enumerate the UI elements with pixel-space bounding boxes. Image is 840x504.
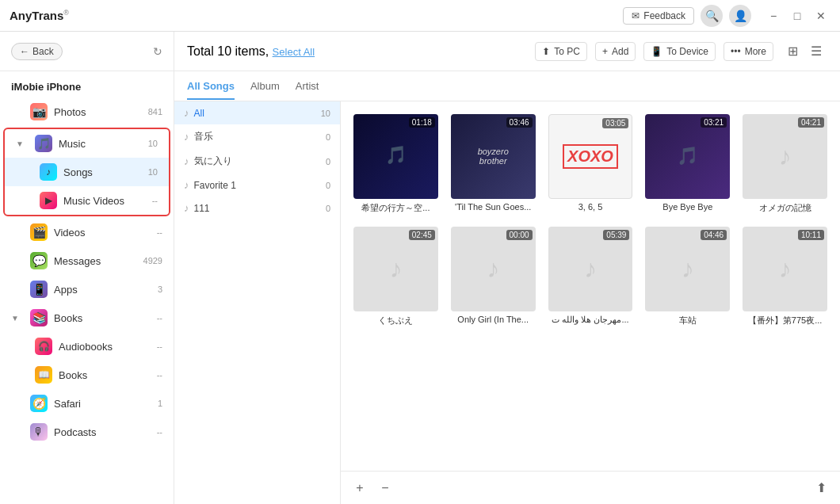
tab-album[interactable]: Album	[250, 74, 280, 100]
more-icon: •••	[731, 46, 741, 57]
messages-label: Messages	[54, 255, 137, 267]
musicvideos-icon: ▶	[40, 192, 57, 209]
playlist-item-yinyue[interactable]: ♪ 音乐 0	[174, 124, 340, 149]
song1-duration: 01:18	[409, 117, 435, 128]
music-card-song7[interactable]: ♪ 00:00 Only Girl (In The...	[451, 227, 536, 326]
remove-item-button[interactable]: −	[376, 479, 395, 498]
expand-books-icon[interactable]: ▼	[11, 314, 21, 323]
music-card-song8[interactable]: ♪ 05:39 مهرجان هلا والله ت...	[548, 227, 633, 326]
podcasts-icon: 🎙	[30, 423, 48, 441]
expand-music-icon[interactable]: ▼	[16, 139, 25, 148]
audiobooks-count: --	[157, 342, 162, 351]
tabs: All Songs Album Artist	[174, 71, 840, 101]
sidebar-item-videos[interactable]: 🎬 Videos --	[0, 218, 174, 246]
playlist-item-favorites[interactable]: ♪ 気に入り 0	[174, 149, 340, 174]
photos-count: 841	[148, 107, 162, 116]
maximize-button[interactable]: □	[788, 6, 807, 25]
back-button[interactable]: ← Back	[11, 43, 63, 60]
sidebar-item-audiobooks[interactable]: 🎧 Audiobooks --	[0, 332, 174, 361]
grid-view-button[interactable]: ⊞	[781, 40, 804, 63]
sidebar-item-musicvideos[interactable]: ▶ Music Videos --	[5, 186, 169, 215]
books-count: --	[157, 313, 162, 323]
todevice-icon: 📱	[651, 46, 662, 57]
music-card-song1[interactable]: 🎵 01:18 希望の行方～空...	[353, 114, 438, 214]
sidebar-item-podcasts[interactable]: 🎙 Podcasts --	[0, 418, 174, 446]
song7-placeholder: ♪	[487, 254, 499, 284]
title-bar: AnyTrans® ✉ Feedback 🔍 👤 − □ ✕	[0, 0, 840, 32]
toolbar: ⬆ To PC + Add 📱 To Device ••• More ⊞	[535, 40, 827, 63]
song6-placeholder: ♪	[389, 254, 402, 284]
photos-label: Photos	[54, 106, 142, 118]
todevice-button[interactable]: 📱 To Device	[643, 42, 716, 61]
list-view-button[interactable]: ☰	[805, 40, 827, 63]
songs-icon: ♪	[40, 163, 57, 181]
music-card-song6[interactable]: ♪ 02:45 くちぶえ	[353, 227, 438, 326]
select-all-link[interactable]: Select All	[273, 46, 315, 58]
apps-icon: 📱	[30, 281, 48, 298]
sidebar-item-photos[interactable]: 📷 Photos 841	[0, 97, 174, 126]
title-bar-left: AnyTrans®	[10, 9, 69, 22]
sidebar-header: ← Back ↻	[0, 32, 174, 71]
bottom-bar: + − ⬆	[341, 471, 840, 504]
search-icon[interactable]: 🔍	[701, 5, 723, 27]
booksitem-label: Books	[59, 369, 151, 381]
songs-count: 10	[148, 167, 158, 177]
window-controls: − □ ✕	[764, 6, 830, 25]
tab-artist[interactable]: Artist	[296, 74, 319, 100]
videos-icon: 🎬	[30, 223, 48, 241]
tab-allsongs[interactable]: All Songs	[187, 74, 235, 100]
musicvideos-count: --	[152, 196, 158, 205]
music-label: Music	[59, 138, 142, 150]
playlist-icon-favorites: ♪	[184, 155, 189, 167]
apps-label: Apps	[54, 284, 151, 296]
topc-icon: ⬆	[542, 46, 550, 57]
sidebar: ← Back ↻ iMobie iPhone 📷 Photos 841 ▼ 🎵 …	[0, 32, 174, 504]
song10-duration: 10:11	[798, 230, 824, 240]
books-label: Books	[54, 312, 151, 324]
music-card-song9[interactable]: ♪ 04:46 车站	[645, 227, 730, 326]
more-button[interactable]: ••• More	[724, 42, 773, 61]
music-selected-group: ▼ 🎵 Music 10 ♪ Songs 10 ▶ Music Videos -…	[3, 128, 170, 216]
song6-duration: 02:45	[409, 230, 435, 240]
playlist-item-favorite1[interactable]: ♪ Favorite 1 0	[174, 174, 340, 197]
add-button[interactable]: + Add	[595, 42, 636, 61]
title-bar-right: ✉ Feedback 🔍 👤 − □ ✕	[623, 5, 830, 27]
sidebar-item-booksitem[interactable]: 📖 Books --	[0, 361, 174, 389]
content-header: Total 10 items, Select All ⬆ To PC + Add…	[174, 32, 840, 71]
song5-placeholder: ♪	[779, 142, 792, 171]
close-button[interactable]: ✕	[811, 6, 830, 25]
music-card-song4[interactable]: 🎵 03:21 Bye Bye Bye	[645, 114, 730, 214]
song9-placeholder: ♪	[682, 254, 694, 284]
apps-count: 3	[158, 284, 162, 294]
music-card-song10[interactable]: ♪ 10:11 【番外】第775夜...	[743, 227, 827, 326]
safari-label: Safari	[54, 398, 151, 410]
podcasts-label: Podcasts	[54, 426, 151, 438]
music-grid: 🎵 01:18 希望の行方～空... boyzerobrother	[341, 101, 840, 471]
playlist-item-111[interactable]: ♪ 111 0	[174, 197, 340, 220]
music-card-song3[interactable]: XOXO 03:05 3, 6, 5	[548, 114, 633, 214]
topc-button[interactable]: ⬆ To PC	[535, 42, 587, 61]
minimize-button[interactable]: −	[764, 6, 783, 25]
videos-count: --	[157, 227, 162, 237]
mail-icon: ✉	[632, 10, 640, 21]
add-item-button[interactable]: +	[350, 479, 369, 498]
music-card-song5[interactable]: ♪ 04:21 オメガの記憶	[743, 114, 827, 214]
photos-icon: 📷	[30, 103, 48, 120]
export-button[interactable]: ⬆	[811, 479, 830, 498]
playlist-item-all[interactable]: ♪ All 10	[174, 101, 340, 124]
sidebar-item-songs[interactable]: ♪ Songs 10	[5, 158, 169, 186]
sidebar-item-safari[interactable]: 🧭 Safari 1	[0, 389, 174, 418]
booksitem-icon: 📖	[35, 366, 52, 384]
refresh-icon[interactable]: ↻	[153, 45, 162, 58]
sidebar-item-books[interactable]: ▼ 📚 Books --	[0, 304, 174, 332]
back-arrow-icon: ←	[20, 46, 29, 57]
sidebar-item-messages[interactable]: 💬 Messages 4929	[0, 246, 174, 275]
main-layout: ← Back ↻ iMobie iPhone 📷 Photos 841 ▼ 🎵 …	[0, 32, 840, 504]
sidebar-item-music[interactable]: ▼ 🎵 Music 10	[5, 129, 169, 158]
song1-title: 希望の行方～空...	[353, 202, 438, 214]
feedback-button[interactable]: ✉ Feedback	[623, 7, 694, 25]
sidebar-item-apps[interactable]: 📱 Apps 3	[0, 275, 174, 304]
profile-icon[interactable]: 👤	[729, 5, 751, 27]
music-card-song2[interactable]: boyzerobrother 03:46 'Til The Sun Goes..…	[451, 114, 536, 214]
song3-title: 3, 6, 5	[548, 202, 633, 212]
